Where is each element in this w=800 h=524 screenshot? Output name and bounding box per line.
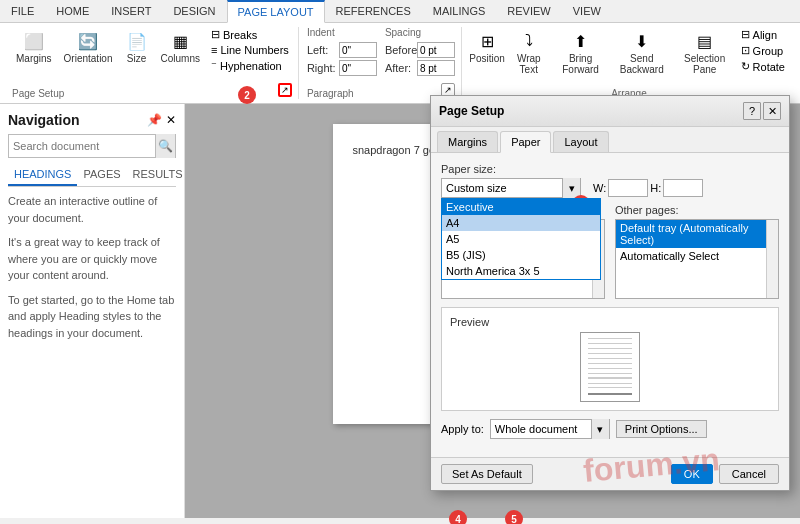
dialog-tab-paper[interactable]: Paper [500, 131, 551, 153]
paper-option-northamerica[interactable]: North America 3x 5 [442, 263, 600, 279]
nav-body-text2: It's a great way to keep track of where … [8, 234, 176, 284]
indent-right-input[interactable] [339, 60, 377, 76]
preview-line-7 [588, 368, 632, 369]
footer-right: OK Cancel [671, 464, 779, 484]
orientation-icon: 🔄 [76, 29, 100, 53]
paper-size-row: Custom size ▾ Executive A4 A5 B5 (JIS) N… [441, 178, 779, 198]
dialog-tab-margins[interactable]: Margins [437, 131, 498, 152]
other-pages-label: Other pages: [615, 204, 779, 216]
tab-view[interactable]: VIEW [562, 0, 612, 22]
columns-button[interactable]: ▦ Columns [157, 27, 204, 66]
search-input[interactable] [9, 140, 155, 152]
position-button[interactable]: ⊞ Position [470, 27, 504, 66]
margins-label: Margins [16, 53, 52, 64]
tab-insert[interactable]: INSERT [100, 0, 162, 22]
tab-page-layout[interactable]: PAGE LAYOUT [227, 0, 325, 23]
set-default-button[interactable]: Set As Default [441, 464, 533, 484]
indent-left-label: Left: [307, 44, 337, 56]
cancel-button[interactable]: Cancel [719, 464, 779, 484]
tab-mailings[interactable]: MAILINGS [422, 0, 497, 22]
spacing-after-row: After: [385, 60, 455, 76]
preview-line-5 [588, 358, 632, 359]
other-pages-scrollbar[interactable] [766, 220, 778, 298]
tab-pages[interactable]: PAGES [77, 164, 126, 186]
breaks-label: Breaks [223, 29, 257, 41]
other-pages-item-auto[interactable]: Automatically Select [616, 248, 778, 264]
size-button[interactable]: 📄 Size [121, 27, 153, 66]
send-backward-icon: ⬇ [630, 29, 654, 53]
wrap-text-icon: ⤵ [517, 29, 541, 53]
rotate-button[interactable]: ↻ Rotate [738, 59, 788, 74]
search-icon[interactable]: 🔍 [155, 134, 175, 158]
orientation-button[interactable]: 🔄 Orientation [60, 27, 117, 66]
spacing-before-row: Before: [385, 42, 455, 58]
send-backward-button[interactable]: ⬇ Send Backward [612, 27, 672, 77]
nav-body-text1: Create an interactive outline of your do… [8, 193, 176, 226]
size-label: Size [127, 53, 146, 64]
ok-button[interactable]: OK [671, 464, 713, 484]
page-setup-dialog-launcher[interactable]: ↗ [278, 83, 292, 97]
rotate-icon: ↻ [741, 60, 750, 73]
other-pages-col: Other pages: Default tray (Automatically… [615, 204, 779, 299]
tab-results[interactable]: RESULTS [127, 164, 189, 186]
ribbon-group-paragraph: Indent Left: Right: Spacing B [301, 27, 462, 99]
line-numbers-button[interactable]: ≡ Line Numbers [208, 43, 292, 57]
paper-size-dropdown-combo: Custom size ▾ Executive A4 A5 B5 (JIS) N… [441, 178, 581, 198]
bring-forward-label: Bring Forward [557, 53, 604, 75]
align-icon: ⊟ [741, 28, 750, 41]
bring-forward-icon: ⬆ [569, 29, 593, 53]
paper-option-a4[interactable]: A4 [442, 215, 600, 231]
width-input[interactable] [608, 179, 648, 197]
tab-references[interactable]: REFERENCES [325, 0, 422, 22]
preview-line-10 [588, 383, 632, 384]
preview-line-8 [588, 373, 632, 374]
print-options-button[interactable]: Print Options... [616, 420, 707, 438]
preview-line-2 [588, 343, 632, 344]
preview-line-11 [588, 387, 632, 388]
position-icon: ⊞ [475, 29, 499, 53]
paper-option-a5[interactable]: A5 [442, 231, 600, 247]
dialog-help-button[interactable]: ? [743, 102, 761, 120]
preview-line-4 [588, 353, 632, 354]
other-pages-item-default[interactable]: Default tray (Automatically Select) [616, 220, 778, 248]
apply-to-dropdown[interactable]: Whole document ▾ [490, 419, 610, 439]
paper-size-dropdown[interactable]: Custom size ▾ [441, 178, 581, 198]
apply-to-arrow[interactable]: ▾ [591, 419, 609, 439]
group-icon: ⊡ [741, 44, 750, 57]
paper-option-executive[interactable]: Executive [442, 199, 600, 215]
group-button[interactable]: ⊡ Group [738, 43, 788, 58]
dialog-close-button[interactable]: ✕ [763, 102, 781, 120]
paper-size-arrow[interactable]: ▾ [562, 178, 580, 198]
dialog-tab-layout[interactable]: Layout [553, 131, 608, 152]
ribbon-content: ⬜ Margins 🔄 Orientation 📄 Size ▦ Columns [0, 23, 800, 103]
preview-page [580, 332, 640, 402]
tab-headings[interactable]: HEADINGS [8, 164, 77, 186]
tab-review[interactable]: REVIEW [496, 0, 561, 22]
breaks-group: ⊟ Breaks ≡ Line Numbers ⁻ Hyphenation [208, 27, 292, 73]
tab-home[interactable]: HOME [45, 0, 100, 22]
indent-left-input[interactable] [339, 42, 377, 58]
indent-left-row: Left: [307, 42, 377, 58]
align-button[interactable]: ⊟ Align [738, 27, 788, 42]
preview-line-9 [588, 377, 632, 378]
nav-pin-icon[interactable]: 📌 [147, 113, 162, 127]
page-setup-dialog[interactable]: Page Setup ? ✕ Margins Paper Layout Pape… [430, 95, 790, 491]
spacing-before-input[interactable] [417, 42, 455, 58]
bring-forward-button[interactable]: ⬆ Bring Forward [553, 27, 608, 77]
nav-body-text3: To get started, go to the Home tab and a… [8, 292, 176, 342]
margins-button[interactable]: ⬜ Margins [12, 27, 56, 66]
paper-option-b5[interactable]: B5 (JIS) [442, 247, 600, 263]
breaks-button[interactable]: ⊟ Breaks [208, 27, 292, 42]
wrap-text-button[interactable]: ⤵ Wrap Text [508, 27, 549, 77]
hyphenation-button[interactable]: ⁻ Hyphenation [208, 58, 292, 73]
nav-close-icon[interactable]: ✕ [166, 113, 176, 127]
dialog-title: Page Setup [439, 104, 504, 118]
paragraph-controls: Indent Left: Right: Spacing B [307, 27, 455, 83]
height-input[interactable] [663, 179, 703, 197]
apply-to-label: Apply to: [441, 423, 484, 435]
spacing-after-input[interactable] [417, 60, 455, 76]
preview-line-6 [588, 363, 632, 364]
tab-file[interactable]: FILE [0, 0, 45, 22]
selection-pane-button[interactable]: ▤ Selection Pane [676, 27, 734, 77]
tab-design[interactable]: DESIGN [162, 0, 226, 22]
